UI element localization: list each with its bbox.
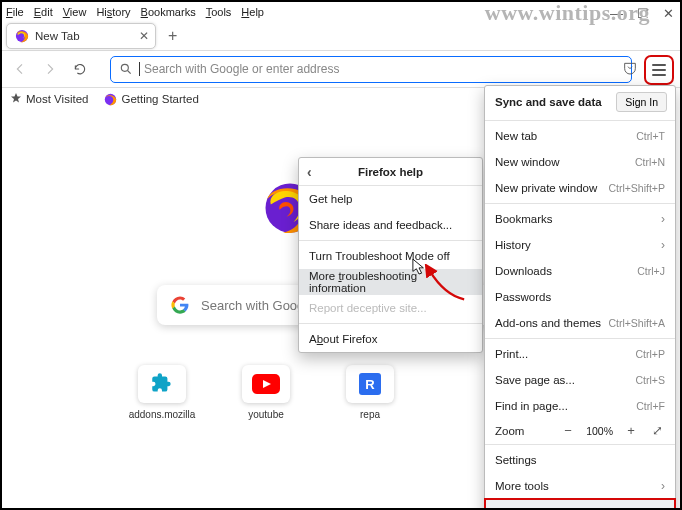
shortcut-addons[interactable]: addons.mozilla [132,365,192,420]
menu-find[interactable]: Find in page...Ctrl+F [485,393,675,419]
search-icon [119,62,133,76]
back-icon[interactable]: ‹ [307,164,312,180]
shortcut-label: youtube [248,409,284,420]
reload-button[interactable] [70,59,90,79]
help-share-feedback[interactable]: Share ideas and feedback... [299,212,482,238]
menu-passwords[interactable]: Passwords [485,284,675,310]
bookmark-label: Getting Started [121,93,198,105]
tab-title: New Tab [35,30,80,42]
menu-bookmarks[interactable]: Bookmarks [141,6,196,18]
firefox-icon [15,29,29,43]
new-tab-button[interactable]: + [168,27,177,45]
sign-in-button[interactable]: Sign In [616,92,667,112]
menu-settings[interactable]: Settings [485,447,675,473]
urlbar-placeholder: Search with Google or enter address [144,62,339,76]
chevron-right-icon: › [661,238,665,252]
bookmark-label: Most Visited [26,93,88,105]
menu-sync: Sync and save data [495,96,602,108]
maximize-button[interactable]: ☐ [637,6,649,21]
help-get-help[interactable]: Get help [299,186,482,212]
menu-help[interactable]: Help› [485,499,675,510]
back-button[interactable] [10,59,30,79]
puzzle-icon [149,371,175,397]
menu-addons[interactable]: Add-ons and themesCtrl+Shift+A [485,310,675,336]
menu-bar: File Edit View History Bookmarks Tools H… [2,2,680,20]
minimize-button[interactable]: — [610,6,623,21]
shortcut-repa[interactable]: R repa [340,365,400,420]
google-icon [171,296,189,314]
shortcut-label: addons.mozilla [129,409,196,420]
menu-help[interactable]: Help [241,6,264,18]
app-menu-button[interactable] [648,59,670,81]
menu-edit[interactable]: Edit [34,6,53,18]
bookmark-most-visited[interactable]: Most Visited [10,92,88,106]
menu-print[interactable]: Print...Ctrl+P [485,341,675,367]
app-menu: Sync and save data Sign In New tabCtrl+T… [484,85,676,510]
cursor-icon [412,258,426,280]
url-bar[interactable]: Search with Google or enter address [110,56,632,83]
pocket-button[interactable] [622,60,638,80]
annotation-arrow [422,264,468,308]
chevron-right-icon: › [661,479,665,493]
shortcut-youtube[interactable]: youtube [236,365,296,420]
star-icon [10,92,22,106]
chevron-right-icon: › [661,212,665,226]
menu-tools[interactable]: Tools [206,6,232,18]
shortcut-label: repa [360,409,380,420]
menu-history[interactable]: History [96,6,130,18]
chevron-right-icon: › [661,505,665,510]
close-icon[interactable]: ✕ [139,29,149,43]
firefox-icon [104,93,117,106]
window-controls: — ☐ ✕ [610,6,674,21]
top-sites: addons.mozilla youtube R repa [132,365,400,420]
help-submenu: ‹ Firefox help Get help Share ideas and … [298,157,483,353]
nav-toolbar: Search with Google or enter address [2,51,680,87]
bookmark-getting-started[interactable]: Getting Started [104,93,198,106]
zoom-out-button[interactable]: − [560,423,576,438]
tab-strip: New Tab ✕ + [2,20,680,50]
tab-newtab[interactable]: New Tab ✕ [6,23,156,49]
menu-bookmarks[interactable]: Bookmarks› [485,206,675,232]
menu-new-private-window[interactable]: New private windowCtrl+Shift+P [485,175,675,201]
menu-file[interactable]: File [6,6,24,18]
menu-downloads[interactable]: DownloadsCtrl+J [485,258,675,284]
youtube-icon [252,374,280,394]
svg-line-2 [128,71,131,74]
menu-zoom: Zoom − 100% + ⤢ [485,419,675,442]
menu-save-page[interactable]: Save page as...Ctrl+S [485,367,675,393]
zoom-in-button[interactable]: + [623,423,639,438]
menu-new-tab[interactable]: New tabCtrl+T [485,123,675,149]
help-about-firefox[interactable]: About Firefox [299,326,482,352]
forward-button[interactable] [40,59,60,79]
menu-new-window[interactable]: New windowCtrl+N [485,149,675,175]
zoom-value: 100% [586,425,613,437]
svg-point-1 [121,64,128,71]
close-button[interactable]: ✕ [663,6,674,21]
menu-view[interactable]: View [63,6,87,18]
menu-history[interactable]: History› [485,232,675,258]
help-title: Firefox help [358,166,423,178]
fullscreen-button[interactable]: ⤢ [649,423,665,438]
menu-more-tools[interactable]: More tools› [485,473,675,499]
